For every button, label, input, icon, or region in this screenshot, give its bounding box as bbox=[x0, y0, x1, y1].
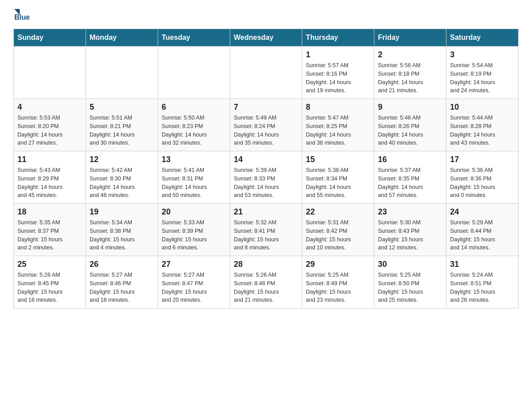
day-info: Sunrise: 5:49 AMSunset: 8:24 PMDaylight:… bbox=[234, 114, 298, 147]
day-info: Sunrise: 5:54 AMSunset: 8:19 PMDaylight:… bbox=[450, 61, 515, 95]
day-info: Sunrise: 5:30 AMSunset: 8:43 PMDaylight:… bbox=[378, 218, 442, 252]
calendar-cell: 27Sunrise: 5:27 AMSunset: 8:47 PMDayligh… bbox=[158, 256, 230, 308]
day-info: Sunrise: 5:24 AMSunset: 8:51 PMDaylight:… bbox=[450, 271, 515, 304]
day-info: Sunrise: 5:37 AMSunset: 8:35 PMDaylight:… bbox=[378, 166, 442, 200]
calendar-cell: 8Sunrise: 5:47 AMSunset: 8:25 PMDaylight… bbox=[302, 99, 374, 151]
calendar-cell bbox=[14, 47, 86, 99]
calendar-cell: 14Sunrise: 5:39 AMSunset: 8:33 PMDayligh… bbox=[230, 151, 302, 204]
day-number: 13 bbox=[162, 155, 226, 164]
day-number: 21 bbox=[234, 207, 298, 217]
day-info: Sunrise: 5:27 AMSunset: 8:47 PMDaylight:… bbox=[162, 271, 226, 304]
day-number: 22 bbox=[306, 207, 370, 217]
day-info: Sunrise: 5:57 AMSunset: 8:16 PMDaylight:… bbox=[306, 61, 370, 95]
day-number: 17 bbox=[450, 155, 515, 164]
calendar-header-tuesday: Tuesday bbox=[158, 29, 230, 47]
calendar-cell: 16Sunrise: 5:37 AMSunset: 8:35 PMDayligh… bbox=[374, 151, 446, 204]
day-info: Sunrise: 5:47 AMSunset: 8:25 PMDaylight:… bbox=[306, 114, 370, 147]
calendar-header-sunday: Sunday bbox=[14, 29, 86, 47]
day-info: Sunrise: 5:29 AMSunset: 8:44 PMDaylight:… bbox=[450, 218, 515, 252]
day-info: Sunrise: 5:25 AMSunset: 8:49 PMDaylight:… bbox=[306, 271, 370, 304]
calendar-week-row: 25Sunrise: 5:28 AMSunset: 8:45 PMDayligh… bbox=[14, 256, 519, 308]
day-number: 24 bbox=[450, 207, 515, 217]
calendar-cell: 30Sunrise: 5:25 AMSunset: 8:50 PMDayligh… bbox=[374, 256, 446, 308]
day-info: Sunrise: 5:27 AMSunset: 8:46 PMDaylight:… bbox=[90, 271, 154, 304]
day-number: 5 bbox=[90, 103, 154, 112]
calendar-header-thursday: Thursday bbox=[302, 29, 374, 47]
calendar-cell: 3Sunrise: 5:54 AMSunset: 8:19 PMDaylight… bbox=[446, 47, 519, 99]
day-number: 31 bbox=[450, 260, 515, 269]
day-number: 30 bbox=[378, 260, 442, 269]
logo: Blue bbox=[13, 9, 30, 21]
day-number: 28 bbox=[234, 260, 298, 269]
day-info: Sunrise: 5:43 AMSunset: 8:29 PMDaylight:… bbox=[17, 166, 82, 200]
calendar-header-wednesday: Wednesday bbox=[230, 29, 302, 47]
calendar-table: SundayMondayTuesdayWednesdayThursdayFrid… bbox=[13, 29, 519, 308]
calendar-week-row: 4Sunrise: 5:53 AMSunset: 8:20 PMDaylight… bbox=[14, 99, 519, 151]
day-info: Sunrise: 5:34 AMSunset: 8:38 PMDaylight:… bbox=[90, 218, 154, 252]
day-number: 25 bbox=[17, 260, 82, 269]
day-number: 1 bbox=[306, 50, 370, 60]
calendar-cell: 17Sunrise: 5:36 AMSunset: 8:36 PMDayligh… bbox=[446, 151, 519, 204]
calendar-header-friday: Friday bbox=[374, 29, 446, 47]
day-number: 23 bbox=[378, 207, 442, 217]
day-number: 3 bbox=[450, 50, 515, 60]
calendar-cell: 1Sunrise: 5:57 AMSunset: 8:16 PMDaylight… bbox=[302, 47, 374, 99]
calendar-cell: 24Sunrise: 5:29 AMSunset: 8:44 PMDayligh… bbox=[446, 204, 519, 256]
calendar-cell bbox=[158, 47, 230, 99]
day-number: 20 bbox=[162, 207, 226, 217]
day-info: Sunrise: 5:44 AMSunset: 8:28 PMDaylight:… bbox=[450, 114, 515, 147]
calendar-cell: 25Sunrise: 5:28 AMSunset: 8:45 PMDayligh… bbox=[14, 256, 86, 308]
calendar-cell: 22Sunrise: 5:31 AMSunset: 8:42 PMDayligh… bbox=[302, 204, 374, 256]
calendar-cell: 2Sunrise: 5:56 AMSunset: 8:18 PMDaylight… bbox=[374, 47, 446, 99]
calendar-header-monday: Monday bbox=[86, 29, 158, 47]
calendar-cell: 18Sunrise: 5:35 AMSunset: 8:37 PMDayligh… bbox=[14, 204, 86, 256]
calendar-cell: 10Sunrise: 5:44 AMSunset: 8:28 PMDayligh… bbox=[446, 99, 519, 151]
day-number: 19 bbox=[90, 207, 154, 217]
day-info: Sunrise: 5:51 AMSunset: 8:21 PMDaylight:… bbox=[90, 114, 154, 147]
day-info: Sunrise: 5:42 AMSunset: 8:30 PMDaylight:… bbox=[90, 166, 154, 200]
logo-underline: Blue bbox=[14, 13, 30, 21]
day-info: Sunrise: 5:39 AMSunset: 8:33 PMDaylight:… bbox=[234, 166, 298, 200]
calendar-cell: 12Sunrise: 5:42 AMSunset: 8:30 PMDayligh… bbox=[86, 151, 158, 204]
day-number: 26 bbox=[90, 260, 154, 269]
calendar-cell: 11Sunrise: 5:43 AMSunset: 8:29 PMDayligh… bbox=[14, 151, 86, 204]
day-info: Sunrise: 5:46 AMSunset: 8:26 PMDaylight:… bbox=[378, 114, 442, 147]
day-info: Sunrise: 5:38 AMSunset: 8:34 PMDaylight:… bbox=[306, 166, 370, 200]
calendar-cell: 31Sunrise: 5:24 AMSunset: 8:51 PMDayligh… bbox=[446, 256, 519, 308]
day-number: 16 bbox=[378, 155, 442, 164]
day-info: Sunrise: 5:28 AMSunset: 8:45 PMDaylight:… bbox=[17, 271, 82, 304]
day-number: 8 bbox=[306, 103, 370, 112]
calendar-cell: 23Sunrise: 5:30 AMSunset: 8:43 PMDayligh… bbox=[374, 204, 446, 256]
calendar-header-row: SundayMondayTuesdayWednesdayThursdayFrid… bbox=[14, 29, 519, 47]
day-number: 10 bbox=[450, 103, 515, 112]
day-info: Sunrise: 5:25 AMSunset: 8:50 PMDaylight:… bbox=[378, 271, 442, 304]
day-info: Sunrise: 5:56 AMSunset: 8:18 PMDaylight:… bbox=[378, 61, 442, 95]
day-info: Sunrise: 5:35 AMSunset: 8:37 PMDaylight:… bbox=[17, 218, 82, 252]
day-info: Sunrise: 5:33 AMSunset: 8:39 PMDaylight:… bbox=[162, 218, 226, 252]
calendar-cell: 21Sunrise: 5:32 AMSunset: 8:41 PMDayligh… bbox=[230, 204, 302, 256]
calendar-cell: 29Sunrise: 5:25 AMSunset: 8:49 PMDayligh… bbox=[302, 256, 374, 308]
day-info: Sunrise: 5:53 AMSunset: 8:20 PMDaylight:… bbox=[17, 114, 82, 147]
day-number: 27 bbox=[162, 260, 226, 269]
day-number: 4 bbox=[17, 103, 82, 112]
calendar-cell: 7Sunrise: 5:49 AMSunset: 8:24 PMDaylight… bbox=[230, 99, 302, 151]
calendar-cell: 9Sunrise: 5:46 AMSunset: 8:26 PMDaylight… bbox=[374, 99, 446, 151]
day-number: 14 bbox=[234, 155, 298, 164]
calendar-cell bbox=[86, 47, 158, 99]
day-number: 2 bbox=[378, 50, 442, 60]
day-info: Sunrise: 5:26 AMSunset: 8:48 PMDaylight:… bbox=[234, 271, 298, 304]
calendar-cell: 28Sunrise: 5:26 AMSunset: 8:48 PMDayligh… bbox=[230, 256, 302, 308]
day-number: 7 bbox=[234, 103, 298, 112]
calendar-cell: 26Sunrise: 5:27 AMSunset: 8:46 PMDayligh… bbox=[86, 256, 158, 308]
calendar-header-saturday: Saturday bbox=[446, 29, 519, 47]
day-info: Sunrise: 5:32 AMSunset: 8:41 PMDaylight:… bbox=[234, 218, 298, 252]
calendar-cell: 15Sunrise: 5:38 AMSunset: 8:34 PMDayligh… bbox=[302, 151, 374, 204]
calendar-week-row: 18Sunrise: 5:35 AMSunset: 8:37 PMDayligh… bbox=[14, 204, 519, 256]
calendar-cell: 20Sunrise: 5:33 AMSunset: 8:39 PMDayligh… bbox=[158, 204, 230, 256]
day-info: Sunrise: 5:41 AMSunset: 8:31 PMDaylight:… bbox=[162, 166, 226, 200]
day-info: Sunrise: 5:50 AMSunset: 8:23 PMDaylight:… bbox=[162, 114, 226, 147]
day-number: 29 bbox=[306, 260, 370, 269]
calendar-week-row: 11Sunrise: 5:43 AMSunset: 8:29 PMDayligh… bbox=[14, 151, 519, 204]
calendar-week-row: 1Sunrise: 5:57 AMSunset: 8:16 PMDaylight… bbox=[14, 47, 519, 99]
calendar-cell: 4Sunrise: 5:53 AMSunset: 8:20 PMDaylight… bbox=[14, 99, 86, 151]
